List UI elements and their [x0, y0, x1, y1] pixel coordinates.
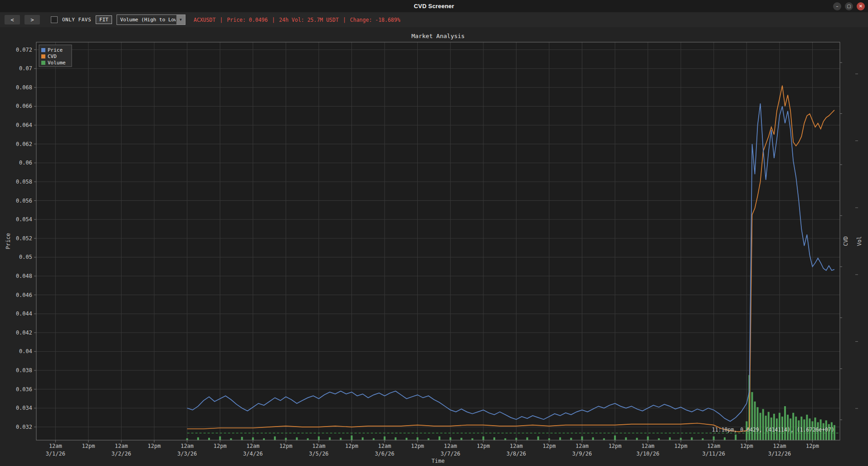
- legend: PriceCVDVolume: [39, 45, 72, 67]
- svg-text:0.032: 0.032: [16, 424, 32, 430]
- app-window: CVD Screener – ▢ ✕ < > ONLY FAVS FIT Vol…: [0, 0, 868, 466]
- svg-text:12pm: 12pm: [542, 443, 556, 449]
- svg-text:0.05: 0.05: [19, 254, 32, 260]
- svg-text:12am: 12am: [510, 443, 523, 449]
- ticker-volume: 24h Vol: 25.7M USDT: [279, 17, 339, 23]
- svg-text:0.066: 0.066: [16, 103, 32, 109]
- ticker: ACXUSDT | Price: 0.0496 | 24h Vol: 25.7M…: [194, 17, 400, 23]
- ticker-separator: |: [343, 17, 346, 23]
- svg-text:3/7/26: 3/7/26: [441, 451, 460, 457]
- svg-text:12am: 12am: [115, 443, 128, 449]
- svg-text:0.064: 0.064: [16, 122, 32, 128]
- svg-text:3/4/26: 3/4/26: [243, 451, 263, 457]
- close-icon: ✕: [859, 4, 863, 9]
- svg-text:0.036: 0.036: [16, 386, 32, 393]
- y-axis: 0.0320.0340.0360.0380.040.0420.0440.0460…: [16, 47, 36, 430]
- x-axis: 12am3/1/2612pm12am3/2/2612pm12am3/3/2612…: [46, 440, 819, 457]
- y-axis-label: Price: [5, 233, 11, 249]
- svg-text:0.034: 0.034: [16, 405, 32, 411]
- svg-text:12pm: 12pm: [806, 443, 819, 449]
- svg-text:Volume: Volume: [48, 60, 66, 66]
- svg-text:12pm: 12pm: [477, 443, 490, 449]
- svg-text:CVD: CVD: [48, 53, 57, 59]
- svg-text:12am: 12am: [641, 443, 654, 449]
- svg-text:0.056: 0.056: [16, 198, 32, 204]
- svg-text:0.038: 0.038: [16, 367, 32, 374]
- close-button[interactable]: ✕: [857, 2, 865, 10]
- svg-text:0.072: 0.072: [16, 47, 32, 53]
- svg-text:12am: 12am: [246, 443, 259, 449]
- svg-text:3/9/26: 3/9/26: [572, 451, 592, 457]
- svg-text:3/1/26: 3/1/26: [46, 451, 65, 457]
- svg-text:12am: 12am: [773, 443, 786, 449]
- maximize-button[interactable]: ▢: [845, 2, 853, 10]
- only-favs-checkbox[interactable]: [51, 16, 58, 23]
- sort-dropdown[interactable]: Volume (High to Low) ▼: [117, 15, 185, 25]
- crosshair-annotation: 11:10pm, 0.0429, (414114), (1.6726e+07): [712, 427, 834, 433]
- svg-text:12pm: 12pm: [82, 443, 95, 449]
- window-controls: – ▢ ✕: [833, 0, 865, 12]
- svg-text:12pm: 12pm: [740, 443, 753, 449]
- svg-text:12pm: 12pm: [279, 443, 293, 449]
- svg-text:3/3/26: 3/3/26: [177, 451, 197, 457]
- svg-text:12pm: 12pm: [214, 443, 227, 449]
- svg-text:12pm: 12pm: [345, 443, 358, 449]
- svg-text:12pm: 12pm: [609, 443, 622, 449]
- maximize-icon: ▢: [847, 4, 851, 9]
- next-symbol-button[interactable]: >: [24, 15, 40, 24]
- minimize-button[interactable]: –: [833, 2, 841, 10]
- titlebar: CVD Screener – ▢ ✕: [0, 0, 868, 12]
- svg-text:12pm: 12pm: [674, 443, 688, 449]
- chart-canvas[interactable]: 0.0320.0340.0360.0380.040.0420.0440.0460…: [0, 27, 868, 466]
- svg-text:0.052: 0.052: [16, 235, 32, 242]
- only-favs-label: ONLY FAVS: [62, 17, 91, 23]
- chart-figure: 0.0320.0340.0360.0380.040.0420.0440.0460…: [0, 27, 868, 466]
- svg-text:0.06: 0.06: [19, 160, 32, 166]
- chart-title: Market Analysis: [411, 33, 464, 39]
- svg-text:3/2/26: 3/2/26: [112, 451, 131, 457]
- vol-axis-label: Vol: [856, 236, 863, 246]
- ticker-separator: |: [219, 17, 223, 23]
- prev-symbol-button[interactable]: <: [5, 15, 20, 24]
- svg-text:0.068: 0.068: [16, 84, 32, 91]
- plot-area[interactable]: [36, 42, 840, 440]
- fit-button[interactable]: FIT: [96, 15, 112, 24]
- svg-text:0.04: 0.04: [19, 348, 32, 354]
- ticker-price: Price: 0.0496: [227, 17, 268, 23]
- svg-text:Price: Price: [48, 47, 63, 53]
- x-axis-label: Time: [432, 458, 445, 464]
- svg-text:0.046: 0.046: [16, 292, 32, 298]
- window-title: CVD Screener: [414, 3, 454, 10]
- svg-text:0.048: 0.048: [16, 273, 32, 279]
- svg-text:12am: 12am: [180, 443, 194, 449]
- svg-text:12am: 12am: [444, 443, 457, 449]
- ticker-separator: |: [272, 17, 275, 23]
- svg-text:0.058: 0.058: [16, 179, 32, 185]
- svg-text:0.044: 0.044: [16, 311, 32, 317]
- chevron-down-icon[interactable]: ▼: [176, 15, 185, 24]
- svg-text:3/10/26: 3/10/26: [636, 451, 659, 457]
- svg-text:0.062: 0.062: [16, 141, 32, 147]
- svg-text:12pm: 12pm: [148, 443, 161, 449]
- sort-dropdown-value: Volume (High to Low): [120, 17, 176, 23]
- svg-text:12am: 12am: [575, 443, 589, 449]
- svg-text:0.042: 0.042: [16, 330, 32, 336]
- minimize-icon: –: [836, 4, 839, 9]
- svg-text:3/5/26: 3/5/26: [309, 451, 328, 457]
- toolbar: < > ONLY FAVS FIT Volume (High to Low) ▼…: [0, 12, 868, 27]
- ticker-change: Change: -18.689%: [350, 17, 400, 23]
- svg-text:0.054: 0.054: [16, 216, 32, 223]
- svg-text:12am: 12am: [378, 443, 391, 449]
- svg-text:0.07: 0.07: [19, 65, 32, 72]
- svg-text:12pm: 12pm: [411, 443, 424, 449]
- svg-text:3/11/26: 3/11/26: [702, 451, 726, 457]
- svg-text:3/12/26: 3/12/26: [768, 451, 791, 457]
- svg-text:12am: 12am: [49, 443, 62, 449]
- svg-text:3/8/26: 3/8/26: [507, 451, 526, 457]
- svg-text:12am: 12am: [312, 443, 325, 449]
- cvd-axis-label: CVD: [843, 236, 849, 246]
- ticker-symbol: ACXUSDT: [194, 17, 215, 23]
- svg-text:3/6/26: 3/6/26: [375, 451, 394, 457]
- svg-text:12am: 12am: [707, 443, 720, 449]
